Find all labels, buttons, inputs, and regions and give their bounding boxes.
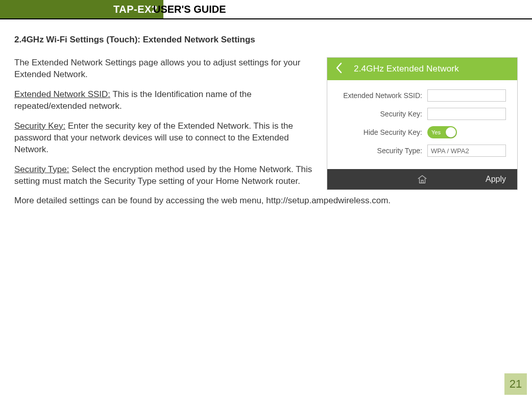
apply-button[interactable]: Apply — [486, 175, 517, 184]
hide-key-toggle[interactable]: Yes — [427, 126, 457, 138]
home-icon[interactable] — [417, 174, 428, 185]
doc-title: USER'S GUIDE — [153, 0, 226, 18]
security-key-input[interactable] — [427, 108, 506, 120]
page-number: 21 — [504, 373, 527, 395]
more-paragraph: More detailed settings can be found by a… — [14, 195, 518, 207]
ssid-input[interactable] — [427, 89, 506, 102]
touch-panel-screenshot: 2.4GHz Extended Network Extended Network… — [327, 57, 518, 190]
doc-header: TAP-EX2 USER'S GUIDE — [0, 0, 532, 19]
form-row-security-key: Security Key: — [335, 108, 509, 120]
seckey-term: Security Key: — [14, 121, 65, 131]
touch-panel-header: 2.4GHz Extended Network — [327, 58, 517, 80]
toggle-yes-label: Yes — [427, 129, 441, 135]
ssid-term: Extended Network SSID: — [14, 89, 110, 99]
back-button[interactable] — [327, 58, 351, 80]
form-row-ssid: Extended Network SSID: — [335, 89, 509, 102]
security-key-label: Security Key: — [335, 110, 427, 118]
toggle-knob — [446, 127, 456, 137]
touch-panel-title: 2.4GHz Extended Network — [351, 64, 517, 74]
hide-key-label: Hide Security Key: — [335, 128, 427, 136]
sectype-term: Security Type: — [14, 164, 69, 174]
touch-panel-body: Extended Network SSID: Security Key: Hid… — [327, 80, 517, 169]
form-row-hide-key: Hide Security Key: Yes — [335, 126, 509, 138]
security-type-select[interactable]: WPA / WPA2 — [427, 145, 506, 157]
security-type-value: WPA / WPA2 — [431, 147, 469, 155]
touch-panel-footer: Apply — [327, 169, 517, 189]
form-row-security-type: Security Type: WPA / WPA2 — [335, 145, 509, 157]
chevron-left-icon — [335, 62, 343, 76]
ssid-label: Extended Network SSID: — [335, 91, 427, 100]
security-type-label: Security Type: — [335, 147, 427, 155]
section-heading: 2.4GHz Wi-Fi Settings (Touch): Extended … — [14, 35, 518, 45]
